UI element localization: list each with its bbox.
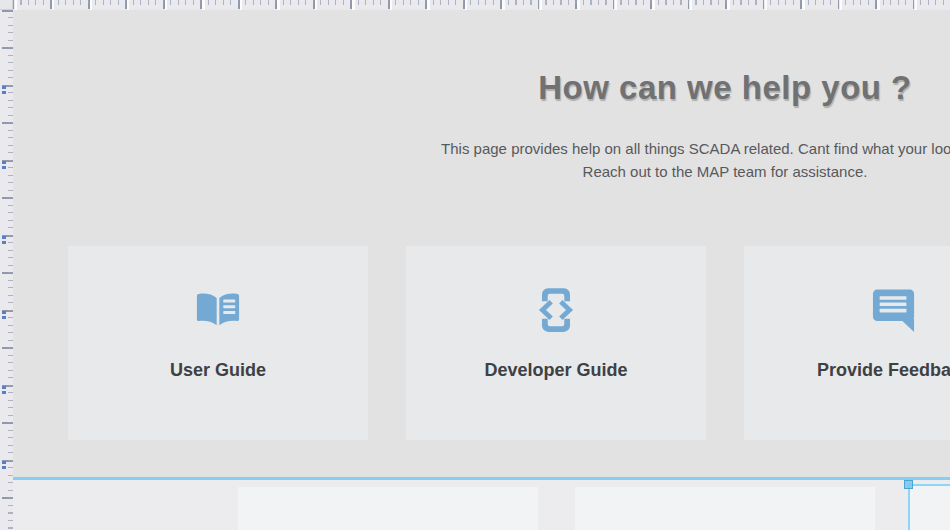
card-label: Developer Guide: [484, 360, 627, 381]
mobile-code-icon: [535, 288, 577, 332]
horizontal-ruler[interactable]: [13, 0, 950, 10]
comment-icon: [872, 288, 916, 332]
design-editor-viewport: How can we help you ? This page provides…: [0, 0, 950, 530]
bottom-panel[interactable]: [575, 487, 875, 530]
bottom-panel[interactable]: [238, 487, 538, 530]
card-provide-feedback[interactable]: Provide Feedback: [744, 246, 950, 440]
ruler-label-mark: [2, 386, 6, 396]
vertical-ruler[interactable]: [0, 10, 13, 530]
ruler-label-mark: [2, 86, 6, 96]
card-user-guide[interactable]: User Guide: [68, 246, 368, 440]
ruler-minor-ticks: [13, 0, 950, 5]
design-canvas[interactable]: How can we help you ? This page provides…: [13, 10, 950, 530]
next-section-row: [13, 480, 950, 530]
ruler-label-mark: [2, 161, 6, 171]
ruler-minor-ticks: [8, 10, 13, 530]
section-boundary-line: [13, 477, 950, 480]
ruler-label-mark: [2, 236, 6, 246]
card-developer-guide[interactable]: Developer Guide: [406, 246, 706, 440]
subtitle-line-2: Reach out to the MAP team for assistance…: [441, 160, 950, 183]
selection-outline-top: [908, 484, 950, 486]
selection-resize-handle[interactable]: [904, 480, 913, 489]
selection-outline-left: [908, 484, 910, 530]
open-book-icon: [195, 288, 241, 332]
page-title: How can we help you ?: [538, 69, 912, 107]
help-card-row: User Guide Developer Guide: [68, 246, 950, 440]
subtitle-line-1: This page provides help on all things SC…: [441, 137, 950, 160]
bottom-panel[interactable]: [910, 486, 950, 530]
card-label: Provide Feedback: [817, 360, 950, 381]
ruler-label-mark: [2, 311, 6, 321]
page-subtitle: This page provides help on all things SC…: [441, 137, 950, 183]
card-label: User Guide: [170, 360, 266, 381]
ruler-label-mark: [2, 461, 6, 471]
ruler-corner: [0, 0, 13, 10]
